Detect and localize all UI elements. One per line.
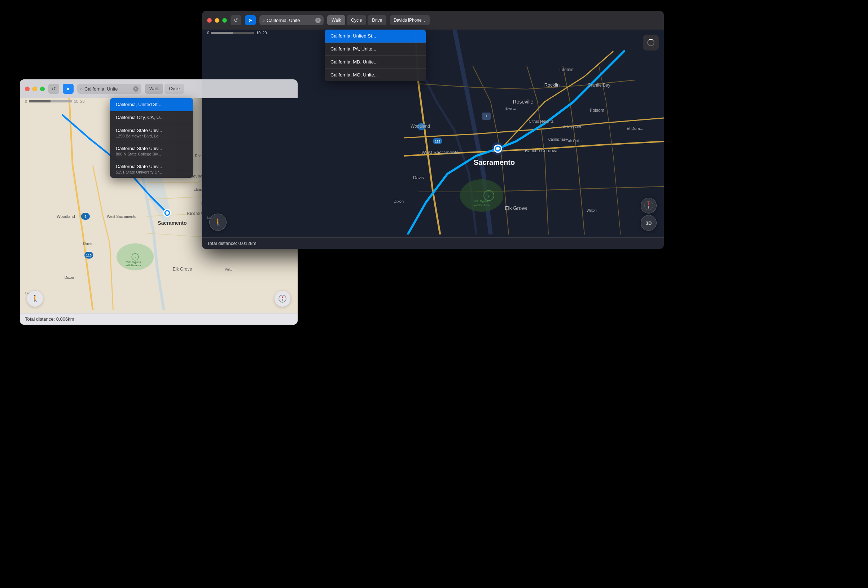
front-device-selector[interactable]: Davids iPhone ⌄	[390, 15, 429, 25]
front-device-chevron-icon: ⌄	[423, 18, 426, 22]
back-search-field[interactable]: ⌕ ×	[77, 84, 142, 94]
front-search-dropdown[interactable]: California, United St... California, PA,…	[325, 30, 426, 81]
back-cycle-button[interactable]: Cycle	[164, 84, 184, 94]
front-dropdown-item-1[interactable]: California, PA, Unite...	[325, 43, 426, 56]
back-direction-icon: ➤	[66, 86, 70, 92]
front-drive-button[interactable]: Drive	[368, 15, 386, 25]
front-dropdown-item-0[interactable]: California, United St...	[325, 30, 426, 43]
svg-text:Granite Bay: Granite Bay	[588, 83, 610, 88]
front-spinner	[647, 39, 654, 46]
svg-text:5: 5	[84, 215, 86, 218]
front-window[interactable]: ↺ ➤ ⌕ × Walk Cycle Drive Davids iPhone ⌄…	[202, 11, 664, 249]
back-dropdown-item-2-subtitle: 1250 Bellflower Blvd, Lo...	[116, 134, 187, 138]
svg-point-41	[460, 179, 503, 212]
front-dropdown-item-2-title: California, MD, Unite...	[331, 59, 420, 65]
front-direction-icon: ➤	[248, 17, 252, 23]
back-dropdown-item-1-title: California City, CA, U...	[116, 115, 187, 120]
svg-text:●: ●	[134, 257, 136, 259]
back-dropdown-item-4[interactable]: California State Univ... 5151 State Univ…	[110, 160, 193, 178]
front-walk-icon: 🚶	[214, 218, 223, 226]
svg-text:113: 113	[435, 140, 440, 143]
back-reload-button[interactable]: ↺	[48, 84, 59, 94]
front-dropdown-item-3-title: California, MO, Unite...	[331, 72, 420, 78]
front-cycle-button[interactable]: Cycle	[347, 15, 366, 25]
front-dropdown-item-1-title: California, PA, Unite...	[331, 46, 420, 52]
back-scale-20: 20	[80, 99, 84, 103]
svg-text:Woodland: Woodland	[57, 214, 75, 219]
front-minimize-btn[interactable]	[215, 18, 219, 23]
svg-text:Carmichael: Carmichael	[548, 137, 567, 142]
svg-text:Woodland: Woodland	[410, 124, 430, 129]
back-minimize-btn[interactable]	[32, 87, 37, 91]
front-walk-button-map[interactable]: 🚶	[209, 214, 227, 231]
front-dropdown-item-0-title: California, United St...	[331, 33, 420, 38]
svg-text:Elk Grove: Elk Grove	[173, 267, 192, 272]
back-dropdown-item-0[interactable]: California, United St...	[110, 98, 193, 111]
back-direction-button[interactable]: ➤	[63, 84, 74, 94]
front-search-input[interactable]	[267, 18, 313, 23]
back-reload-icon: ↺	[52, 86, 56, 92]
back-walk-button[interactable]: Walk	[145, 84, 163, 94]
back-dropdown-item-3[interactable]: California State Univ... 800 N State Col…	[110, 142, 193, 160]
svg-text:Folsom: Folsom	[590, 108, 604, 113]
front-map-svg: 5 113 ✈	[202, 30, 664, 235]
svg-text:Yolo Bypass: Yolo Bypass	[126, 260, 141, 264]
svg-text:Rocklin: Rocklin	[545, 82, 560, 88]
svg-text:Wildlife Area: Wildlife Area	[474, 204, 490, 207]
back-close-btn[interactable]	[25, 87, 30, 91]
back-dropdown-item-3-subtitle: 800 N State College Blv...	[116, 152, 187, 156]
back-search-dropdown[interactable]: California, United St... California City…	[110, 98, 193, 178]
svg-marker-30	[282, 299, 283, 301]
front-scale-0: 0	[207, 31, 209, 35]
front-compass-icon: N	[644, 201, 654, 211]
front-close-btn[interactable]	[207, 18, 212, 23]
back-walk-button-map[interactable]: 🚶	[27, 291, 43, 307]
back-scale-0: 0	[25, 99, 27, 103]
back-3d-button[interactable]	[275, 291, 291, 307]
front-fullscreen-btn[interactable]	[222, 18, 227, 23]
back-dropdown-item-1[interactable]: California City, CA, U...	[110, 111, 193, 124]
front-dropdown-item-3[interactable]: California, MO, Unite...	[325, 68, 426, 81]
front-search-icon: ⌕	[262, 18, 265, 23]
svg-text:Fair Oaks: Fair Oaks	[566, 139, 581, 143]
front-device-label: Davids iPhone	[394, 18, 421, 23]
back-search-icon: ⌕	[80, 86, 83, 91]
front-scale-bar: 0 10 20	[207, 31, 267, 35]
front-reload-button[interactable]: ↺	[230, 15, 241, 25]
svg-text:Dixon: Dixon	[394, 199, 404, 204]
front-bottom-bar: Total distance: 0.012km	[202, 237, 664, 249]
front-3d-button[interactable]: 3D	[641, 215, 657, 231]
front-reload-icon: ↺	[234, 17, 238, 23]
svg-text:Yolo Bypass: Yolo Bypass	[474, 199, 490, 203]
svg-point-40	[496, 147, 500, 151]
svg-text:West Sacramento: West Sacramento	[107, 215, 136, 219]
back-search-input[interactable]	[84, 86, 131, 92]
back-dropdown-item-4-title: California State Univ...	[116, 164, 187, 169]
svg-text:West Sacramento: West Sacramento	[421, 150, 459, 155]
svg-text:Wildlife Area: Wildlife Area	[126, 264, 141, 267]
front-compass-button[interactable]: N	[641, 198, 657, 214]
front-walk-button[interactable]: Walk	[327, 15, 345, 25]
front-direction-button[interactable]: ➤	[245, 15, 256, 25]
back-clear-button[interactable]: ×	[133, 86, 139, 92]
back-distance-text: Total distance: 0.006km	[25, 316, 74, 322]
front-map-area: 5 113 ✈	[202, 30, 664, 235]
front-scale-10: 10	[256, 31, 260, 35]
svg-text:Sacramento: Sacramento	[158, 220, 187, 226]
svg-text:113: 113	[86, 254, 92, 257]
svg-marker-67	[648, 205, 650, 210]
back-dropdown-item-2[interactable]: California State Univ... 1250 Bellflower…	[110, 124, 193, 142]
svg-text:N: N	[648, 201, 650, 203]
front-clear-icon: ×	[317, 18, 319, 22]
svg-text:Elk Grove: Elk Grove	[505, 205, 527, 211]
back-titlebar: ↺ ➤ ⌕ × Walk Cycle	[20, 79, 298, 98]
svg-text:Orangevale: Orangevale	[562, 124, 581, 129]
front-clear-button[interactable]: ×	[315, 18, 321, 23]
front-dropdown-item-2[interactable]: California, MD, Unite...	[325, 56, 426, 68]
back-traffic-lights	[25, 87, 45, 91]
front-search-field[interactable]: ⌕ ×	[259, 15, 323, 25]
back-fullscreen-btn[interactable]	[40, 87, 45, 91]
front-compass-3d-group: N 3D	[641, 198, 657, 231]
back-dropdown-item-4-subtitle: 5151 State University Dr...	[116, 170, 187, 174]
back-compass-icon	[278, 294, 287, 303]
